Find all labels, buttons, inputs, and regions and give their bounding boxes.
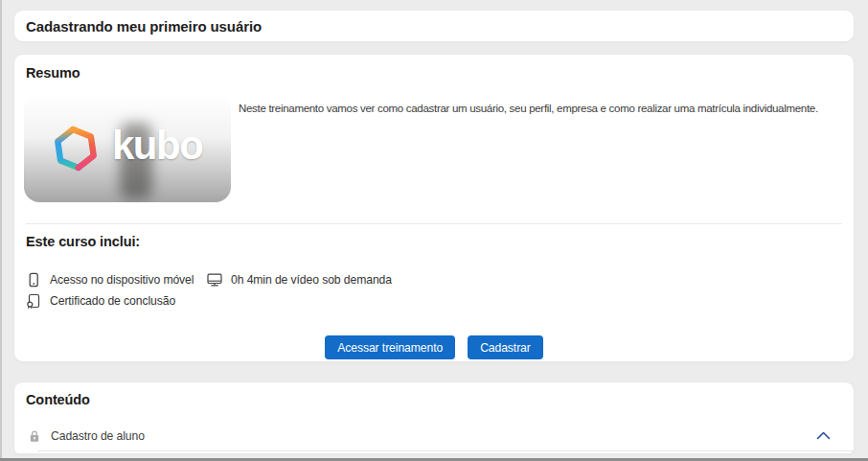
resumo-heading: Resumo: [26, 65, 80, 81]
action-buttons: Acessar treinamento Cadastrar: [14, 335, 854, 359]
row-divider: [37, 450, 853, 451]
kubo-hexagon-logo-icon: [49, 119, 103, 178]
register-button[interactable]: Cadastrar: [468, 335, 543, 359]
include-label: 0h 4min de vídeo sob demanda: [231, 273, 392, 287]
divider: [26, 223, 842, 224]
include-item-mobile: Acesso no dispositivo móvel: [26, 271, 194, 288]
resumo-card: Resumo kubo Neste treinamento vamos ver …: [13, 54, 855, 362]
conteudo-card: Conteúdo Cadastro de aluno: [13, 381, 855, 454]
monitor-icon: [207, 272, 222, 288]
include-item-certificate: Certificado de conclusão: [26, 292, 175, 310]
include-label: Acesso no dispositivo móvel: [50, 273, 194, 287]
lock-icon: [28, 429, 41, 443]
conteudo-heading: Conteúdo: [26, 392, 90, 407]
window-left-edge: [0, 0, 2, 461]
chevron-up-icon[interactable]: [816, 431, 831, 440]
include-label: Certificado de conclusão: [50, 294, 175, 308]
include-item-video: 0h 4min de vídeo sob demanda: [207, 271, 392, 288]
access-training-button[interactable]: Acessar treinamento: [325, 335, 455, 359]
content-section-row[interactable]: Cadastro de aluno: [14, 420, 854, 451]
page-title-bar: Cadastrando meu primeiro usuário: [13, 10, 855, 42]
mobile-icon: [26, 272, 41, 288]
kubo-logo-text: kubo: [112, 123, 202, 169]
course-thumbnail: kubo: [24, 94, 231, 202]
page-title: Cadastrando meu primeiro usuário: [26, 18, 262, 35]
course-description: Neste treinamento vamos ver como cadastr…: [239, 103, 846, 114]
content-section-label: Cadastro de aluno: [51, 429, 816, 443]
certificate-icon: [26, 293, 41, 309]
includes-heading: Este curso inclui:: [26, 234, 140, 249]
